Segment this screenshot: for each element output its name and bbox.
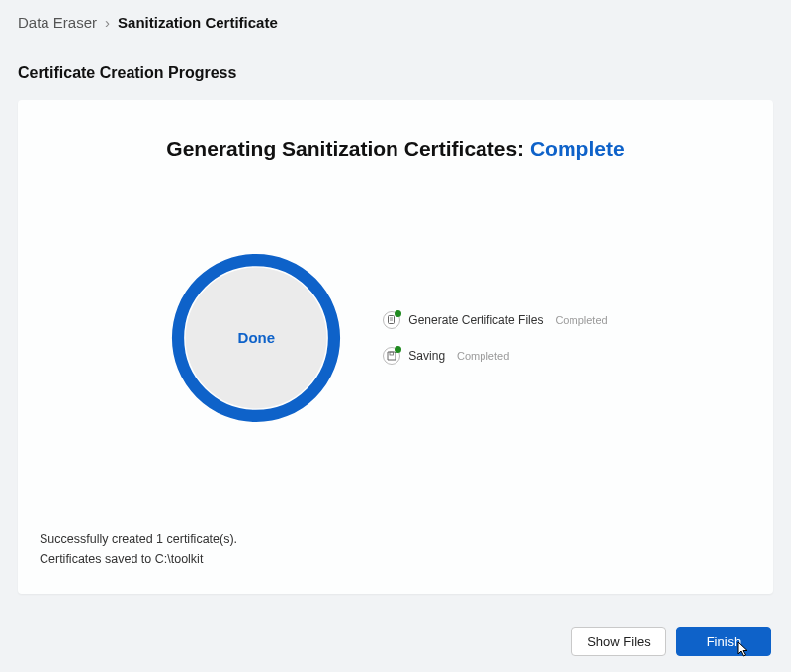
status-dot-icon <box>395 310 401 317</box>
finish-button[interactable]: Finish <box>676 627 771 656</box>
result-path-prefix: Certificates saved to <box>40 552 151 566</box>
card-heading: Generating Sanitization Certificates: Co… <box>18 100 773 171</box>
status-dot-icon <box>395 346 401 353</box>
result-line-path: Certificates saved to C:\toolkit <box>40 549 751 570</box>
breadcrumb-root[interactable]: Data Eraser <box>18 14 97 31</box>
chevron-right-icon: › <box>105 14 110 31</box>
center-area: Done Generate Certificate Files Complete… <box>18 171 773 515</box>
result-summary: Successfully created 1 certificate(s). C… <box>18 515 773 595</box>
save-icon <box>383 347 400 365</box>
button-row: Show Files Finish <box>571 627 771 656</box>
step-generate-files: Generate Certificate Files Completed <box>383 311 607 329</box>
finish-button-label: Finish <box>707 634 742 649</box>
result-line-count: Successfully created 1 certificate(s). <box>40 529 751 549</box>
svg-rect-2 <box>389 315 395 323</box>
step-saving: Saving Completed <box>383 347 607 365</box>
progress-card: Generating Sanitization Certificates: Co… <box>18 100 773 594</box>
cert-file-icon <box>383 311 400 329</box>
heading-status: Complete <box>530 137 625 160</box>
step-label: Saving <box>408 349 445 363</box>
progress-ring-label: Done <box>163 245 349 431</box>
result-path-value: C:\toolkit <box>155 552 204 566</box>
section-title: Certificate Creation Progress <box>0 42 791 94</box>
step-status: Completed <box>457 350 509 362</box>
show-files-button[interactable]: Show Files <box>571 627 666 656</box>
progress-ring: Done <box>163 245 349 431</box>
heading-prefix: Generating Sanitization Certificates: <box>166 137 524 160</box>
step-label: Generate Certificate Files <box>408 313 543 327</box>
steps-list: Generate Certificate Files Completed Sav… <box>383 311 607 365</box>
breadcrumb-current: Sanitization Certificate <box>118 14 278 31</box>
breadcrumb: Data Eraser › Sanitization Certificate <box>0 0 791 42</box>
step-status: Completed <box>555 314 607 326</box>
